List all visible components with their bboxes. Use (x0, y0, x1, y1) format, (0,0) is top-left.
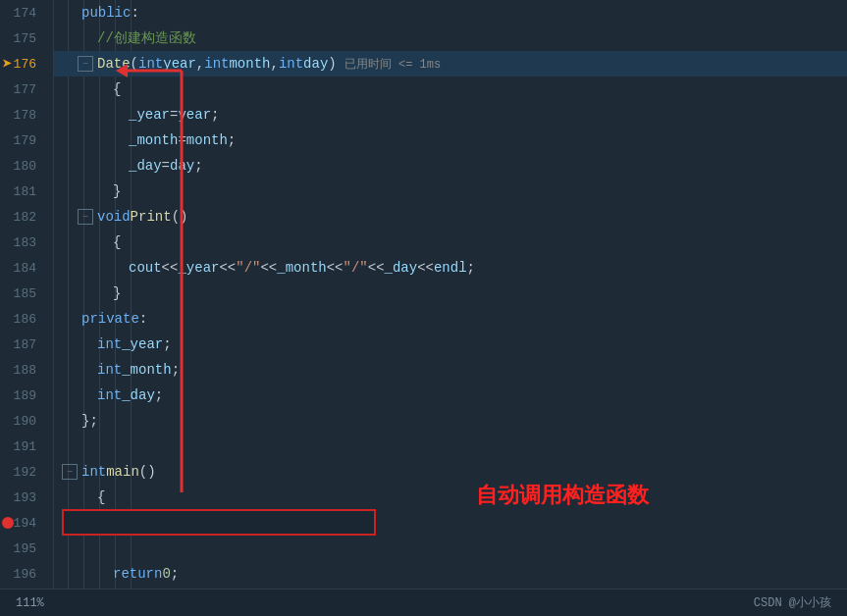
token-kw: int (138, 56, 163, 72)
token-var: _day (385, 260, 418, 276)
annotation-text: 自动调用构造函数 (476, 481, 649, 510)
token-punc: , (229, 515, 237, 531)
token-punc: ( (162, 515, 170, 531)
token-punc: { (97, 489, 105, 505)
code-line-182: −void Print() (54, 204, 847, 230)
line-numbers: 174175➤176177178179180181182183184185186… (0, 0, 53, 587)
token-punc: ); (253, 515, 270, 531)
token-fn: Date (97, 56, 131, 72)
token-var: _year (129, 107, 170, 123)
code-line-178: _year = year; (54, 102, 847, 128)
gutter-row-186: 186 (0, 306, 53, 332)
gutter-row-192: 192 (0, 459, 53, 485)
line-number-182: 182 (0, 210, 44, 225)
code-line-187: int _year; (54, 332, 847, 357)
line-number-178: 178 (0, 108, 44, 123)
token-cm: //创建构造函数 (97, 29, 196, 47)
gutter-row-185: 185 (0, 281, 53, 306)
gutter-row-196: 196 (0, 561, 53, 587)
line-number-191: 191 (0, 439, 44, 454)
token-punc: << (260, 260, 277, 276)
token-var: endl (434, 260, 467, 276)
token-punc: ) (328, 56, 336, 72)
token-punc: } (113, 183, 121, 199)
code-line-188: int _month; (54, 357, 847, 383)
line-number-183: 183 (0, 235, 44, 250)
code-line-181: } (54, 179, 847, 204)
gutter-row-175: 175 (0, 26, 53, 51)
code-line-176: −Date(int year, int month, int day)已用时间 … (54, 51, 847, 77)
code-line-195 (54, 536, 847, 561)
code-line-175: //创建构造函数 (54, 26, 847, 51)
code-line-196: return 0; (54, 561, 847, 587)
gutter-row-181: 181 (0, 179, 53, 204)
line-number-192: 192 (0, 465, 44, 480)
line-number-189: 189 (0, 388, 44, 403)
token-punc: }; (81, 413, 98, 429)
gutter-row-187: 187 (0, 332, 53, 357)
gutter-row-188: 188 (0, 357, 53, 383)
token-var: _day (129, 158, 162, 174)
gutter-row-179: 179 (0, 128, 53, 153)
token-punc: ; (467, 260, 475, 276)
bottom-bar: 111% CSDN @小小孩 (0, 589, 847, 616)
token-punc: << (327, 260, 344, 276)
gutter-row-189: 189 (0, 383, 53, 408)
token-punc: = (170, 107, 178, 123)
code-line-192: −int main() (54, 459, 847, 485)
gutter-row-190: 190 (0, 408, 53, 434)
code-line-184: cout << _year << "/" << _month << "/" <<… (54, 255, 847, 281)
token-nm: 2022 (171, 515, 204, 531)
token-punc: << (219, 260, 236, 276)
token-var: month (186, 132, 228, 148)
code-line-194: Date d1(2022, 11, 15); (54, 510, 847, 536)
fold-icon-182[interactable]: − (78, 209, 93, 225)
gutter-row-180: 180 (0, 153, 53, 179)
code-line-186: private: (54, 306, 847, 332)
token-var: _month (129, 132, 178, 148)
token-var: month (229, 56, 270, 72)
line-number-185: 185 (0, 286, 44, 301)
fold-icon-192[interactable]: − (62, 464, 78, 480)
token-punc: ; (163, 336, 171, 352)
code-line-190: }; (54, 408, 847, 434)
line-number-179: 179 (0, 133, 44, 148)
line-number-177: 177 (0, 82, 44, 97)
gutter-row-191: 191 (0, 434, 53, 459)
gutter-row-183: 183 (0, 230, 53, 255)
code-line-177: { (54, 77, 847, 102)
gutter-row-184: 184 (0, 255, 53, 281)
token-punc: () (172, 209, 188, 225)
breakpoint-dot (2, 517, 14, 529)
token-var: _month (122, 362, 171, 378)
token-punc: ; (211, 107, 219, 123)
token-var: _month (277, 260, 326, 276)
zoom-level: 111% (16, 596, 44, 610)
token-punc: , (203, 515, 211, 531)
line-number-187: 187 (0, 337, 44, 352)
token-var: cout (129, 260, 162, 276)
code-line-183: { (54, 230, 847, 255)
line-number-184: 184 (0, 261, 44, 276)
gutter-row-195: 195 (0, 536, 53, 561)
line-number-175: 175 (0, 31, 44, 46)
token-var: _year (178, 260, 219, 276)
editor-container: 174175➤176177178179180181182183184185186… (0, 0, 847, 616)
token-punc: , (270, 56, 278, 72)
line-number-190: 190 (0, 414, 44, 429)
token-var: year (163, 56, 196, 72)
token-punc: () (139, 464, 156, 480)
token-kw: int (204, 56, 229, 72)
token-kw: private (81, 311, 139, 327)
token-punc: = (162, 158, 170, 174)
code-lines: public://创建构造函数−Date(int year, int month… (54, 0, 847, 587)
code-line-180: _day = day; (54, 153, 847, 179)
token-punc: << (162, 260, 179, 276)
token-var: day (303, 56, 328, 72)
timing-label: 已用时间 <= 1ms (344, 56, 441, 73)
fold-icon-176[interactable]: − (78, 56, 93, 72)
token-str: "/" (344, 260, 368, 276)
token-punc: { (113, 81, 121, 97)
line-number-181: 181 (0, 184, 44, 199)
token-var: day (170, 158, 194, 174)
